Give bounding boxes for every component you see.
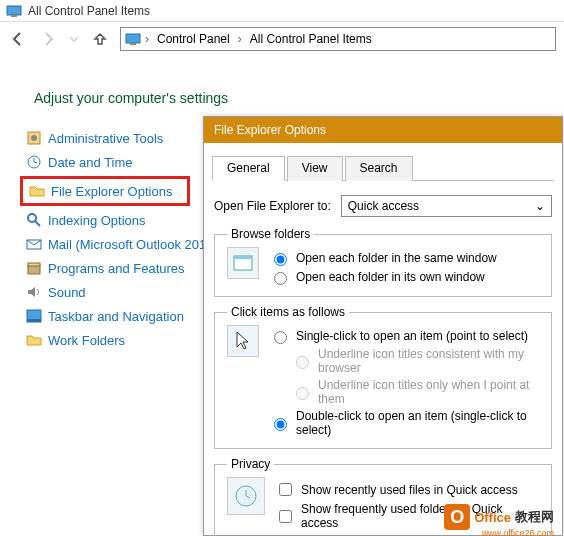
open-to-value: Quick access — [348, 199, 419, 213]
chevron-right-icon[interactable]: › — [143, 32, 151, 46]
file-explorer-options-dialog: File Explorer Options General View Searc… — [203, 116, 563, 536]
cp-item-label: Work Folders — [48, 333, 125, 348]
cp-item-label: Indexing Options — [48, 213, 146, 228]
cursor-icon — [227, 325, 259, 357]
cp-item-label: Sound — [48, 285, 86, 300]
svg-point-5 — [31, 135, 37, 141]
cp-item-label: Taskbar and Navigation — [48, 309, 184, 324]
cp-item-label: File Explorer Options — [51, 184, 172, 199]
cp-item-label: Programs and Features — [48, 261, 185, 276]
tab-view[interactable]: View — [287, 156, 343, 181]
svg-rect-0 — [7, 6, 21, 15]
tab-search[interactable]: Search — [345, 156, 413, 181]
window-icon — [227, 247, 259, 279]
box-icon — [26, 260, 42, 276]
svg-rect-1 — [11, 15, 17, 17]
svg-rect-15 — [234, 256, 252, 259]
up-button[interactable] — [90, 29, 110, 49]
speaker-icon — [26, 284, 42, 300]
tools-icon — [26, 130, 42, 146]
click-items-legend: Click items as follows — [227, 305, 349, 319]
svg-line-8 — [35, 221, 40, 226]
dialog-tabstrip: General View Search — [212, 155, 554, 181]
recent-locations-dropdown[interactable] — [68, 29, 80, 49]
watermark-url: www.office26.com — [482, 528, 554, 536]
breadcrumb-item[interactable]: All Control Panel Items — [246, 32, 376, 46]
forward-button[interactable] — [38, 29, 58, 49]
watermark-brand1: Office — [474, 510, 511, 525]
privacy-legend: Privacy — [227, 457, 274, 471]
address-bar[interactable]: › Control Panel › All Control Panel Item… — [120, 27, 556, 51]
svg-point-7 — [28, 214, 36, 222]
watermark: O Office教程网 www.office26.com — [444, 504, 554, 530]
chevron-right-icon[interactable]: › — [236, 32, 244, 46]
taskbar-icon — [26, 308, 42, 324]
back-button[interactable] — [8, 29, 28, 49]
radio-underline-point: Underline icon titles only when I point … — [291, 378, 541, 406]
nav-toolbar: › Control Panel › All Control Panel Item… — [0, 22, 564, 56]
breadcrumb-item[interactable]: Control Panel — [153, 32, 234, 46]
clock-icon — [26, 154, 42, 170]
folder-options-icon — [29, 183, 45, 199]
browse-folders-legend: Browse folders — [227, 227, 314, 241]
chevron-down-icon: ⌄ — [535, 199, 545, 213]
search-icon — [26, 212, 42, 228]
logo-icon: O — [444, 504, 470, 530]
radio-same-window[interactable]: Open each folder in the same window — [269, 250, 497, 266]
cp-item-label: Administrative Tools — [48, 131, 163, 146]
window-title: All Control Panel Items — [28, 4, 150, 18]
open-to-select[interactable]: Quick access ⌄ — [341, 195, 552, 217]
cp-item-label: Date and Time — [48, 155, 133, 170]
open-to-label: Open File Explorer to: — [214, 199, 331, 213]
window-titlebar: All Control Panel Items — [0, 0, 564, 22]
checkbox-recent-files[interactable]: Show recently used files in Quick access — [275, 480, 541, 499]
click-items-group: Click items as follows Single-click to o… — [214, 305, 552, 449]
svg-rect-2 — [126, 34, 140, 43]
browse-folders-group: Browse folders Open each folder in the s… — [214, 227, 552, 297]
radio-double-click[interactable]: Double-click to open an item (single-cli… — [269, 409, 541, 437]
folder-icon — [26, 332, 42, 348]
watermark-brand2: 教程网 — [515, 508, 554, 526]
radio-underline-browser: Underline icon titles consistent with my… — [291, 347, 541, 375]
privacy-icon — [227, 477, 265, 515]
monitor-icon — [125, 31, 141, 47]
svg-rect-11 — [28, 263, 40, 266]
svg-rect-13 — [27, 319, 41, 322]
radio-single-click[interactable]: Single-click to open an item (point to s… — [269, 328, 541, 344]
mail-icon — [26, 236, 42, 252]
radio-own-window[interactable]: Open each folder in its own window — [269, 269, 497, 285]
svg-rect-3 — [130, 43, 136, 45]
dialog-title: File Explorer Options — [204, 117, 562, 143]
tab-general[interactable]: General — [212, 156, 285, 181]
cp-item-file-explorer-options[interactable]: File Explorer Options — [20, 176, 190, 206]
control-panel-icon — [6, 3, 22, 19]
